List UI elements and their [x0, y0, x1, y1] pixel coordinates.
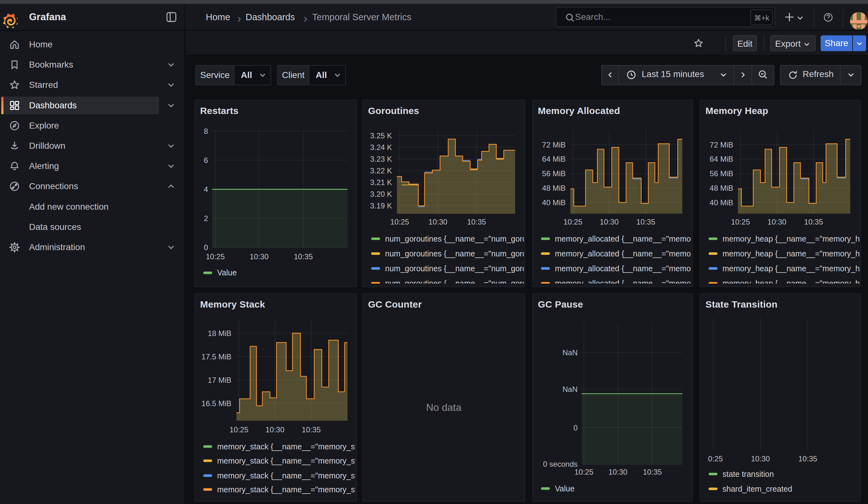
svg-text:10:25: 10:25 [564, 218, 582, 226]
svg-text:10:25: 10:25 [575, 468, 593, 476]
svg-text:2: 2 [204, 214, 208, 223]
svg-text:72 MiB: 72 MiB [542, 141, 566, 149]
svg-text:10:30: 10:30 [428, 218, 447, 226]
svg-text:10:35: 10:35 [643, 468, 662, 476]
svg-text:3.24 K: 3.24 K [370, 143, 392, 152]
svg-text:10:25: 10:25 [390, 218, 409, 226]
svg-text:10:25: 10:25 [704, 454, 723, 463]
svg-text:64 MiB: 64 MiB [710, 155, 733, 163]
svg-text:3.21 K: 3.21 K [370, 178, 392, 187]
svg-text:6: 6 [204, 156, 208, 165]
svg-text:10:25: 10:25 [229, 425, 248, 434]
svg-text:17 MiB: 17 MiB [208, 376, 231, 384]
svg-text:64 MiB: 64 MiB [542, 155, 566, 163]
svg-text:18 MiB: 18 MiB [208, 329, 231, 338]
svg-text:10:25: 10:25 [731, 218, 750, 226]
svg-text:48 MiB: 48 MiB [710, 184, 733, 192]
svg-text:10:35: 10:35 [294, 252, 313, 261]
svg-text:4: 4 [204, 185, 208, 194]
svg-text:8: 8 [204, 127, 208, 135]
svg-text:3.19 K: 3.19 K [370, 202, 392, 210]
svg-text:40 MiB: 40 MiB [710, 198, 733, 207]
svg-text:10:30: 10:30 [609, 468, 628, 476]
svg-text:10:30: 10:30 [751, 454, 770, 463]
svg-text:40 MiB: 40 MiB [542, 198, 566, 207]
svg-text:0 seconds: 0 seconds [543, 460, 578, 468]
svg-text:10:30: 10:30 [266, 425, 285, 434]
svg-text:56 MiB: 56 MiB [542, 169, 566, 178]
svg-text:3.23 K: 3.23 K [370, 155, 392, 163]
svg-text:10:35: 10:35 [798, 454, 817, 463]
svg-text:10:35: 10:35 [467, 218, 486, 226]
svg-text:10:35: 10:35 [302, 425, 321, 434]
svg-text:10:35: 10:35 [804, 218, 823, 226]
svg-text:10:35: 10:35 [636, 218, 655, 226]
svg-text:10:30: 10:30 [767, 218, 786, 226]
svg-text:3.22 K: 3.22 K [370, 166, 392, 175]
svg-text:10:25: 10:25 [206, 252, 225, 261]
svg-text:0: 0 [204, 243, 208, 252]
svg-text:16.5 MiB: 16.5 MiB [202, 399, 231, 408]
svg-text:10:30: 10:30 [250, 252, 269, 261]
svg-text:3.20 K: 3.20 K [370, 190, 392, 198]
svg-text:NaN: NaN [562, 385, 578, 393]
svg-text:48 MiB: 48 MiB [542, 184, 566, 192]
svg-text:72 MiB: 72 MiB [710, 141, 733, 149]
svg-text:0: 0 [574, 423, 578, 432]
svg-text:NaN: NaN [562, 348, 578, 357]
svg-text:17.5 MiB: 17.5 MiB [202, 352, 231, 361]
svg-text:10:30: 10:30 [600, 218, 619, 226]
svg-text:56 MiB: 56 MiB [710, 169, 733, 178]
svg-text:3.25 K: 3.25 K [370, 131, 392, 140]
